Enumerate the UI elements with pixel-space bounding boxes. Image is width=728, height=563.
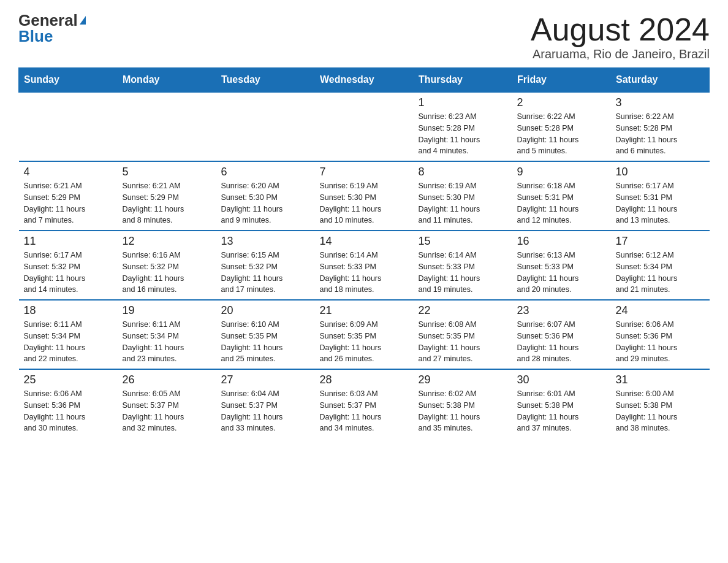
day-cell: 17Sunrise: 6:12 AMSunset: 5:34 PMDayligh…	[611, 231, 710, 300]
day-number: 16	[517, 235, 606, 248]
week-row-3: 11Sunrise: 6:17 AMSunset: 5:32 PMDayligh…	[19, 231, 710, 300]
day-cell: 29Sunrise: 6:02 AMSunset: 5:38 PMDayligh…	[414, 369, 512, 438]
day-number: 9	[517, 166, 606, 178]
day-number: 13	[221, 235, 310, 248]
day-cell: 27Sunrise: 6:04 AMSunset: 5:37 PMDayligh…	[216, 369, 315, 438]
day-number: 17	[616, 235, 705, 248]
logo-general-text: General	[18, 12, 78, 28]
day-number: 31	[616, 373, 705, 386]
day-cell: 19Sunrise: 6:11 AMSunset: 5:34 PMDayligh…	[118, 300, 216, 369]
header-thursday: Thursday	[414, 68, 512, 93]
logo-blue-text: Blue	[18, 28, 53, 44]
day-cell	[315, 92, 414, 161]
day-cell: 6Sunrise: 6:20 AMSunset: 5:30 PMDaylight…	[216, 161, 315, 231]
day-cell: 22Sunrise: 6:08 AMSunset: 5:35 PMDayligh…	[414, 300, 512, 369]
day-info: Sunrise: 6:06 AMSunset: 5:36 PMDaylight:…	[24, 388, 113, 434]
day-info: Sunrise: 6:11 AMSunset: 5:34 PMDaylight:…	[24, 319, 113, 365]
day-info: Sunrise: 6:17 AMSunset: 5:32 PMDaylight:…	[24, 250, 113, 296]
calendar-location: Araruama, Rio de Janeiro, Brazil	[531, 47, 710, 61]
day-info: Sunrise: 6:21 AMSunset: 5:29 PMDaylight:…	[123, 180, 211, 226]
day-info: Sunrise: 6:12 AMSunset: 5:34 PMDaylight:…	[616, 250, 705, 296]
header-sunday: Sunday	[19, 68, 118, 93]
day-cell: 10Sunrise: 6:17 AMSunset: 5:31 PMDayligh…	[611, 161, 710, 231]
day-info: Sunrise: 6:17 AMSunset: 5:31 PMDaylight:…	[616, 180, 705, 226]
day-number: 22	[419, 304, 507, 317]
day-cell: 26Sunrise: 6:05 AMSunset: 5:37 PMDayligh…	[118, 369, 216, 438]
day-cell	[118, 92, 216, 161]
day-cell: 4Sunrise: 6:21 AMSunset: 5:29 PMDaylight…	[19, 161, 118, 231]
header-wednesday: Wednesday	[315, 68, 414, 93]
day-cell: 20Sunrise: 6:10 AMSunset: 5:35 PMDayligh…	[216, 300, 315, 369]
calendar-table: Sunday Monday Tuesday Wednesday Thursday…	[18, 67, 710, 438]
page-header: General Blue August 2024 Araruama, Rio d…	[18, 12, 710, 61]
header-tuesday: Tuesday	[216, 68, 315, 93]
week-row-4: 18Sunrise: 6:11 AMSunset: 5:34 PMDayligh…	[19, 300, 710, 369]
day-cell: 8Sunrise: 6:19 AMSunset: 5:30 PMDaylight…	[414, 161, 512, 231]
day-cell: 16Sunrise: 6:13 AMSunset: 5:33 PMDayligh…	[512, 231, 611, 300]
day-number: 19	[123, 304, 211, 317]
day-number: 7	[320, 166, 409, 178]
day-cell: 12Sunrise: 6:16 AMSunset: 5:32 PMDayligh…	[118, 231, 216, 300]
day-info: Sunrise: 6:07 AMSunset: 5:36 PMDaylight:…	[517, 319, 606, 365]
day-cell: 2Sunrise: 6:22 AMSunset: 5:28 PMDaylight…	[512, 92, 611, 161]
day-info: Sunrise: 6:06 AMSunset: 5:36 PMDaylight:…	[616, 319, 705, 365]
day-info: Sunrise: 6:16 AMSunset: 5:32 PMDaylight:…	[123, 250, 211, 296]
day-number: 25	[24, 373, 113, 386]
header-friday: Friday	[512, 68, 611, 93]
calendar-title: August 2024	[531, 12, 710, 47]
day-info: Sunrise: 6:08 AMSunset: 5:35 PMDaylight:…	[419, 319, 507, 365]
day-cell: 21Sunrise: 6:09 AMSunset: 5:35 PMDayligh…	[315, 300, 414, 369]
week-row-1: 1Sunrise: 6:23 AMSunset: 5:28 PMDaylight…	[19, 92, 710, 161]
day-cell: 30Sunrise: 6:01 AMSunset: 5:38 PMDayligh…	[512, 369, 611, 438]
day-info: Sunrise: 6:21 AMSunset: 5:29 PMDaylight:…	[24, 180, 113, 226]
day-number: 10	[616, 166, 705, 178]
day-cell: 3Sunrise: 6:22 AMSunset: 5:28 PMDaylight…	[611, 92, 710, 161]
day-cell: 23Sunrise: 6:07 AMSunset: 5:36 PMDayligh…	[512, 300, 611, 369]
day-number: 2	[517, 96, 606, 109]
day-info: Sunrise: 6:09 AMSunset: 5:35 PMDaylight:…	[320, 319, 409, 365]
day-number: 5	[123, 166, 211, 178]
day-number: 24	[616, 304, 705, 317]
logo-triangle-icon	[80, 16, 86, 25]
day-info: Sunrise: 6:14 AMSunset: 5:33 PMDaylight:…	[419, 250, 507, 296]
day-number: 27	[221, 373, 310, 386]
day-cell: 7Sunrise: 6:19 AMSunset: 5:30 PMDaylight…	[315, 161, 414, 231]
day-info: Sunrise: 6:10 AMSunset: 5:35 PMDaylight:…	[221, 319, 310, 365]
day-cell: 18Sunrise: 6:11 AMSunset: 5:34 PMDayligh…	[19, 300, 118, 369]
day-cell: 5Sunrise: 6:21 AMSunset: 5:29 PMDaylight…	[118, 161, 216, 231]
header-saturday: Saturday	[611, 68, 710, 93]
day-info: Sunrise: 6:01 AMSunset: 5:38 PMDaylight:…	[517, 388, 606, 434]
day-number: 26	[123, 373, 211, 386]
week-row-2: 4Sunrise: 6:21 AMSunset: 5:29 PMDaylight…	[19, 161, 710, 231]
day-number: 21	[320, 304, 409, 317]
day-info: Sunrise: 6:03 AMSunset: 5:37 PMDaylight:…	[320, 388, 409, 434]
day-cell: 13Sunrise: 6:15 AMSunset: 5:32 PMDayligh…	[216, 231, 315, 300]
day-cell: 9Sunrise: 6:18 AMSunset: 5:31 PMDaylight…	[512, 161, 611, 231]
day-info: Sunrise: 6:23 AMSunset: 5:28 PMDaylight:…	[419, 111, 507, 157]
day-info: Sunrise: 6:22 AMSunset: 5:28 PMDaylight:…	[517, 111, 606, 157]
title-block: August 2024 Araruama, Rio de Janeiro, Br…	[531, 12, 710, 61]
day-cell: 1Sunrise: 6:23 AMSunset: 5:28 PMDaylight…	[414, 92, 512, 161]
day-number: 23	[517, 304, 606, 317]
logo: General Blue	[18, 12, 86, 44]
day-cell: 24Sunrise: 6:06 AMSunset: 5:36 PMDayligh…	[611, 300, 710, 369]
day-cell: 15Sunrise: 6:14 AMSunset: 5:33 PMDayligh…	[414, 231, 512, 300]
day-info: Sunrise: 6:19 AMSunset: 5:30 PMDaylight:…	[419, 180, 507, 226]
day-info: Sunrise: 6:04 AMSunset: 5:37 PMDaylight:…	[221, 388, 310, 434]
day-number: 11	[24, 235, 113, 248]
day-info: Sunrise: 6:00 AMSunset: 5:38 PMDaylight:…	[616, 388, 705, 434]
day-number: 20	[221, 304, 310, 317]
day-number: 6	[221, 166, 310, 178]
day-info: Sunrise: 6:13 AMSunset: 5:33 PMDaylight:…	[517, 250, 606, 296]
day-info: Sunrise: 6:11 AMSunset: 5:34 PMDaylight:…	[123, 319, 211, 365]
day-number: 28	[320, 373, 409, 386]
day-info: Sunrise: 6:20 AMSunset: 5:30 PMDaylight:…	[221, 180, 310, 226]
day-info: Sunrise: 6:18 AMSunset: 5:31 PMDaylight:…	[517, 180, 606, 226]
day-number: 30	[517, 373, 606, 386]
day-info: Sunrise: 6:02 AMSunset: 5:38 PMDaylight:…	[419, 388, 507, 434]
day-number: 14	[320, 235, 409, 248]
day-number: 29	[419, 373, 507, 386]
day-cell	[216, 92, 315, 161]
day-cell	[19, 92, 118, 161]
day-info: Sunrise: 6:14 AMSunset: 5:33 PMDaylight:…	[320, 250, 409, 296]
